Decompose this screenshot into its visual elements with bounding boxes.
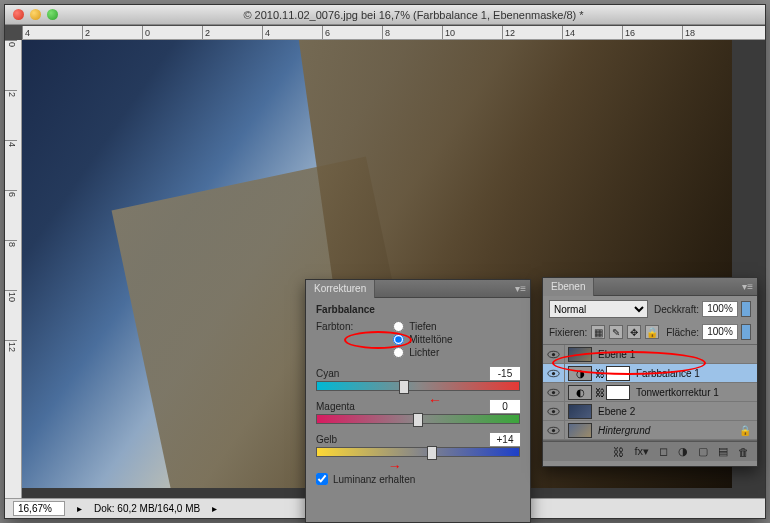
radio-tiefen-input[interactable]: [393, 321, 404, 332]
tab-ebenen[interactable]: Ebenen: [543, 278, 594, 296]
eye-icon: [547, 350, 560, 359]
fill-field[interactable]: Fläche:100%: [666, 324, 751, 340]
lock-all-icon[interactable]: 🔒: [645, 325, 659, 339]
delete-layer-icon[interactable]: 🗑: [738, 446, 749, 458]
visibility-toggle[interactable]: [543, 402, 565, 420]
ruler-tick: 6: [5, 190, 17, 240]
radio-mitteltoene-input[interactable]: [393, 334, 404, 345]
layer-row[interactable]: ◑ ⛓ Farbbalance 1: [543, 364, 757, 383]
layer-row[interactable]: Ebene 2: [543, 402, 757, 421]
ruler-tick: 4: [262, 26, 322, 39]
fill-label: Fläche:: [666, 327, 699, 338]
ruler-vertical[interactable]: 024681012: [5, 40, 22, 498]
close-icon[interactable]: [13, 9, 24, 20]
opacity-field[interactable]: Deckkraft:100%: [654, 301, 751, 317]
opacity-label: Deckkraft:: [654, 304, 699, 315]
panel-menu-icon[interactable]: ▾≡: [742, 281, 753, 292]
panel-menu-icon[interactable]: ▾≡: [515, 283, 526, 294]
visibility-toggle[interactable]: [543, 345, 565, 363]
slider-knob[interactable]: [399, 380, 409, 394]
slider-track[interactable]: 0: [316, 414, 520, 424]
ruler-horizontal[interactable]: 42024681012141618: [22, 26, 765, 40]
radio-mitteltoene[interactable]: Mitteltöne: [393, 334, 452, 345]
annotation-arrow-icon: ←: [428, 392, 442, 408]
slider-value[interactable]: +14: [489, 432, 521, 447]
layer-row[interactable]: ◐ ⛓ Tonwertkorrektur 1: [543, 383, 757, 402]
layer-row[interactable]: Ebene 1: [543, 345, 757, 364]
slider-knob[interactable]: [413, 413, 423, 427]
fill-value[interactable]: 100%: [702, 324, 738, 340]
svg-point-9: [552, 428, 555, 431]
link-icon[interactable]: ⛓: [595, 387, 603, 398]
visibility-toggle[interactable]: [543, 383, 565, 401]
lock-label: Fixieren:: [549, 327, 587, 338]
lock-buttons: ▦ ✎ ✥ 🔒: [591, 325, 659, 339]
layer-thumbnail[interactable]: [568, 404, 592, 419]
slider-value[interactable]: 0: [489, 399, 521, 414]
group-icon[interactable]: ▢: [698, 445, 708, 458]
lock-move-icon[interactable]: ✥: [627, 325, 641, 339]
eye-icon: [547, 388, 560, 397]
ruler-tick: 14: [562, 26, 622, 39]
layer-list: Ebene 1 ◑ ⛓ Farbbalance 1 ◐ ⛓ Tonwertkor…: [543, 344, 757, 441]
tab-korrekturen[interactable]: Korrekturen: [306, 280, 375, 298]
luminanz-row[interactable]: Luminanz erhalten: [316, 473, 520, 485]
panel-header[interactable]: Korrekturen ▾≡: [306, 280, 530, 298]
link-icon[interactable]: ⛓: [595, 368, 603, 379]
ruler-tick: 10: [442, 26, 502, 39]
layer-name[interactable]: Ebene 1: [598, 349, 635, 360]
ruler-tick: 8: [5, 240, 17, 290]
arrow-icon[interactable]: ▸: [77, 503, 82, 514]
blend-mode-select[interactable]: Normal: [549, 300, 648, 318]
luminanz-checkbox[interactable]: [316, 473, 328, 485]
panel-header[interactable]: Ebenen ▾≡: [543, 278, 757, 296]
titlebar: © 2010.11.02_0076.jpg bei 16,7% (Farbbal…: [5, 5, 765, 25]
slider-value[interactable]: -15: [489, 366, 521, 381]
doc-size-label: Dok: 60,2 MB/164,0 MB: [94, 503, 200, 514]
layer-name[interactable]: Hintergrund: [598, 425, 650, 436]
layer-row[interactable]: Hintergrund 🔒: [543, 421, 757, 440]
radio-lichter[interactable]: Lichter: [393, 347, 452, 358]
window-controls: [13, 9, 58, 20]
maximize-icon[interactable]: [47, 9, 58, 20]
radio-tiefen[interactable]: Tiefen: [393, 321, 452, 332]
new-layer-icon[interactable]: ▤: [718, 445, 728, 458]
layer-thumbnail[interactable]: [568, 347, 592, 362]
chevron-down-icon[interactable]: [741, 301, 751, 317]
layer-mask-thumbnail[interactable]: [606, 366, 630, 381]
ruler-tick: 12: [502, 26, 562, 39]
lock-paint-icon[interactable]: ✎: [609, 325, 623, 339]
ruler-tick: 18: [682, 26, 742, 39]
link-layers-icon[interactable]: ⛓: [613, 446, 624, 458]
minimize-icon[interactable]: [30, 9, 41, 20]
lock-transparency-icon[interactable]: ▦: [591, 325, 605, 339]
svg-point-1: [552, 352, 555, 355]
layer-name[interactable]: Ebene 2: [598, 406, 635, 417]
visibility-toggle[interactable]: [543, 421, 565, 439]
visibility-toggle[interactable]: [543, 364, 565, 382]
zoom-input[interactable]: 16,67%: [13, 501, 65, 516]
slider-label-left: Cyan: [316, 368, 339, 379]
opacity-value[interactable]: 100%: [702, 301, 738, 317]
adjustment-icon[interactable]: ◑: [568, 366, 592, 381]
eye-icon: [547, 369, 560, 378]
slider-knob[interactable]: [427, 446, 437, 460]
layer-mask-thumbnail[interactable]: [606, 385, 630, 400]
adjustment-icon[interactable]: ◐: [568, 385, 592, 400]
chevron-down-icon[interactable]: [741, 324, 751, 340]
ruler-tick: 8: [382, 26, 442, 39]
fx-icon[interactable]: fx▾: [634, 445, 649, 458]
ruler-tick: 0: [142, 26, 202, 39]
adjustment-layer-icon[interactable]: ◑: [678, 445, 688, 458]
radio-lichter-input[interactable]: [393, 347, 404, 358]
adjustments-panel: Korrekturen ▾≡ Farbbalance Farbton: Tief…: [305, 279, 531, 523]
ruler-tick: 2: [82, 26, 142, 39]
mask-icon[interactable]: ◻: [659, 445, 668, 458]
layer-name[interactable]: Tonwertkorrektur 1: [636, 387, 719, 398]
slider-track[interactable]: +14 →: [316, 447, 520, 457]
slider-gelb-blau: GelbBlau +14 →: [316, 434, 520, 457]
slider-track[interactable]: -15 ←: [316, 381, 520, 391]
layer-name[interactable]: Farbbalance 1: [636, 368, 700, 379]
layer-thumbnail[interactable]: [568, 423, 592, 438]
arrow-icon[interactable]: ▸: [212, 503, 217, 514]
